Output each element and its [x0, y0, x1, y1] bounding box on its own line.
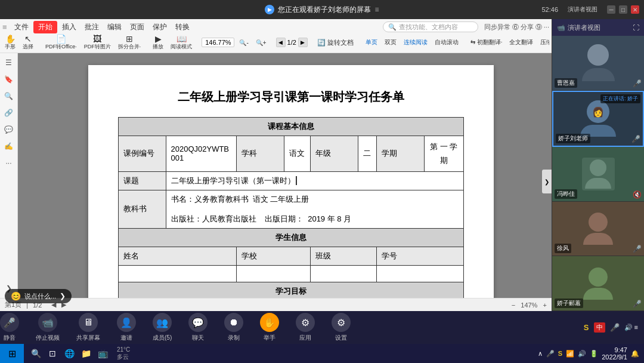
doc-table: 课程基本信息 课例编号 2020QJ02YWTB001 学科 语文 年级 二 学… [118, 117, 464, 298]
settings-btn[interactable]: ⚙ 设置 [332, 313, 351, 342]
status-bar: 第1页 | 1/2 ◀ ▶ − 147% + [0, 298, 552, 311]
left-sign[interactable]: ✍ [2, 139, 16, 153]
left-comment[interactable]: 💬 [2, 122, 16, 137]
pdf-to-image[interactable]: 🖼 PDF转图片 [82, 33, 113, 51]
tile3-mic: 🔇 [633, 190, 642, 199]
menu-insert[interactable]: 插入 [58, 21, 80, 33]
meeting-timer: 52:46 [541, 6, 558, 13]
system-time: 9:47 2022/9/1 [602, 346, 627, 361]
select-tool[interactable]: ↖ 选择 [20, 33, 36, 51]
read-mode[interactable]: 📖 阅读模式 [168, 33, 194, 51]
close-btn[interactable]: ✕ [631, 5, 639, 14]
left-thumb[interactable]: ☰ [2, 56, 16, 70]
presenter-view-btn[interactable]: 演讲者视图 [568, 5, 597, 14]
next-page[interactable]: ▶ [298, 38, 308, 47]
auto-scroll[interactable]: 自动滚动 [432, 37, 461, 48]
notification-text: 您正在观看娇子刘老师的屏幕 [278, 5, 371, 15]
video-tile-2[interactable]: 👩 娇子刘老师 正在讲话: 娇子 🎤 [552, 91, 644, 147]
settings-label: 设置 [335, 334, 347, 342]
chat-bubble[interactable]: 😊 说点什么... ❯ [5, 289, 72, 303]
start-button[interactable]: ⊞ [0, 344, 24, 363]
video-tile-1[interactable]: 曹恩嘉 🎤 [552, 36, 644, 91]
video-tile-5[interactable]: 娇子郦蕙 🎤 [552, 256, 644, 311]
sys-taskbar: ⊞ 🔍 ⊡ 🌐 📁 📺 21°C 多云 ∧ 🎤 S 📶 🔊 🔋 9:47 202… [0, 344, 644, 363]
split-merge[interactable]: ⊞ 拆分合并· [116, 33, 144, 51]
panel-collapse-btn[interactable]: ❯ [542, 170, 552, 193]
tile2-name: 娇子刘老师 [556, 134, 590, 143]
val-course-id: 2020QJ02YWTB001 [166, 136, 236, 172]
menu-page[interactable]: 页面 [126, 21, 148, 33]
label-name: 姓名 [118, 247, 236, 265]
double-page[interactable]: 双页 [382, 37, 399, 48]
sync-status: 同步异常 ⑥ 分享 ⑨ ··· [484, 23, 549, 32]
taskbar-icons: 🔍 ⊡ 🌐 📁 📺 [24, 346, 114, 361]
menu-convert[interactable]: 转换 [172, 21, 193, 33]
tile5-mic: 🎤 [633, 300, 642, 308]
translate[interactable]: ⇆ 初翻翻译· [468, 37, 505, 48]
teams-icon[interactable]: 📺 [95, 346, 110, 361]
zoom-in[interactable]: 🔍+ [253, 38, 269, 47]
mute-btn[interactable]: 🎤 静音 [0, 313, 19, 342]
file-explorer[interactable]: 📁 [79, 346, 93, 361]
sys-tray: ∧ 🎤 S 📶 🔊 🔋 9:47 2022/9/1 🔔 [538, 346, 644, 361]
notification-btn[interactable]: 🔔 [631, 350, 639, 358]
label-subject: 学科 [236, 136, 284, 172]
continuous[interactable]: 连续阅读 [401, 37, 430, 48]
doc-content[interactable]: 二年级上册学习导引课第一课时学习任务单 课程基本信息 课例编号 2020QJ02… [18, 53, 552, 298]
lang-indicator: 中 [594, 322, 605, 333]
val-textbook: 书名：义务教育教科书 语文 二年级上册 出版社：人民教育出版社 出版日期： 20… [166, 190, 463, 228]
members-label: 成员(5) [153, 334, 172, 342]
raise-hand-btn[interactable]: ✋ 举手 [260, 313, 279, 342]
chat-btn[interactable]: 💬 聊天 [188, 313, 208, 342]
left-bookmark[interactable]: 🔖 [2, 72, 16, 87]
left-more[interactable]: ··· [2, 156, 16, 170]
menu-edit[interactable]: 编辑 [104, 21, 125, 33]
hand-tool[interactable]: ✋ 手形 [2, 33, 18, 51]
record-btn[interactable]: ⏺ 录制 [224, 313, 243, 342]
zoom-input[interactable] [202, 38, 234, 47]
video-tile-4[interactable]: 徐风 🎤 [552, 202, 644, 257]
apps-btn[interactable]: ⚙ 应用 [296, 313, 315, 342]
wps-logo: S [584, 323, 589, 332]
more-indicators: 🔊 ≡ [624, 324, 638, 331]
record-icon: ⏺ [224, 313, 243, 332]
invite-btn[interactable]: 👤 邀请 [117, 313, 136, 342]
minimize-btn[interactable]: ─ [607, 5, 615, 14]
menu-file[interactable]: 文件 [11, 21, 32, 33]
tray-arrow[interactable]: ∧ [538, 350, 543, 358]
zoom-out[interactable]: 🔍- [237, 38, 250, 47]
play-btn[interactable]: ▶ 播放 [150, 33, 166, 51]
rotate[interactable]: 🔄 旋转文档 [315, 37, 356, 48]
search-box[interactable]: 🔍 查找功能、文档内容 [383, 21, 478, 32]
clock: 9:47 [602, 346, 627, 353]
left-search[interactable]: 🔍 [2, 89, 16, 103]
restore-btn[interactable]: □ [619, 5, 627, 14]
chat-close[interactable]: ❯ [60, 292, 66, 300]
taskview[interactable]: ⊡ [45, 346, 60, 361]
menu-start[interactable]: 开始 [33, 21, 57, 33]
share-screen-btn[interactable]: 🖥 共享屏幕 [76, 313, 100, 342]
members-btn[interactable]: 👥 成员(5) [153, 313, 172, 342]
edge-browser[interactable]: 🌐 [62, 346, 76, 361]
label-grade: 年级 [311, 136, 358, 172]
pdf-to-office[interactable]: 📄 PDF转Office· [43, 33, 79, 51]
label-course-id: 课例编号 [118, 136, 166, 172]
invite-icon: 👤 [117, 313, 136, 332]
search-taskbar[interactable]: 🔍 [29, 346, 43, 361]
single-page[interactable]: 单页 [363, 37, 380, 48]
title-bar: ▶ 您正在观看娇子刘老师的屏幕 ≡ 52:46 演讲者视图 ─ □ ✕ [0, 0, 644, 19]
label-textbook: 教科书 [118, 190, 166, 228]
status-right: − 147% + [512, 302, 547, 309]
left-link[interactable]: 🔗 [2, 106, 16, 120]
menu-annotate[interactable]: 批注 [81, 21, 103, 33]
compress[interactable]: 压缩 [538, 37, 549, 48]
temperature: 21°C [117, 346, 150, 353]
menu-protect[interactable]: 保护 [149, 21, 171, 33]
prev-page[interactable]: ◀ [276, 38, 286, 47]
full-translate[interactable]: 全文翻译 [507, 37, 535, 48]
video-tile-3[interactable]: 冯晔佳 🔇 [552, 147, 644, 202]
panel-expand[interactable]: ⛶ [633, 24, 639, 31]
tray-battery: 🔋 [590, 350, 598, 358]
stop-video-btn[interactable]: 📹 停止视频 [36, 313, 60, 342]
stop-video-icon: 📹 [38, 313, 57, 332]
